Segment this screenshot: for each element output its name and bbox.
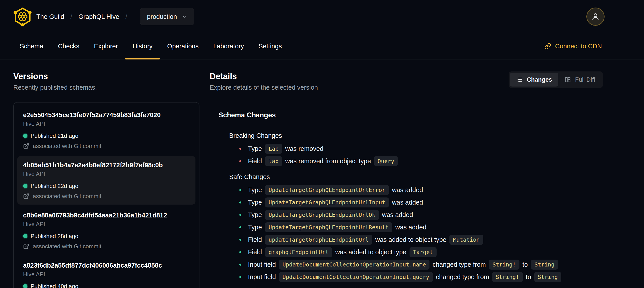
version-status: Published 28d ago bbox=[23, 233, 190, 239]
safe-bullet-icon bbox=[239, 276, 241, 278]
change-code-chip: UpdateDocumentCollectionOperationInput.q… bbox=[279, 272, 433, 282]
change-code-chip: updateTargetGraphQLEndpointUrl bbox=[265, 235, 372, 245]
target-selector-value: production bbox=[147, 13, 177, 21]
change-item-breaking: TypeLabwas removed bbox=[229, 143, 603, 154]
breadcrumb-org[interactable]: The Guild bbox=[36, 13, 64, 21]
change-text: was added to object type bbox=[335, 248, 406, 256]
change-text: changed type from bbox=[436, 273, 489, 281]
safe-changes-section: Safe Changes TypeUpdateTargetGraphQLEndp… bbox=[229, 173, 603, 283]
change-item-breaking: Fieldlabwas removed from object typeQuer… bbox=[229, 155, 603, 167]
person-icon bbox=[591, 12, 600, 21]
published-dot-icon bbox=[23, 234, 28, 238]
details-heading-block: Details Explore details of the selected … bbox=[210, 60, 318, 91]
change-code-chip: UpdateTargetGraphQLEndpointUrlOk bbox=[265, 210, 379, 220]
version-git-link[interactable]: associated with Git commit bbox=[23, 143, 190, 149]
version-card[interactable]: a823f6db2a55df877dcf406006abca97fcc4858c… bbox=[17, 256, 196, 288]
tab-checks[interactable]: Checks bbox=[50, 33, 87, 59]
change-text: was added to object type bbox=[375, 236, 446, 243]
view-toggle: Changes Full Diff bbox=[508, 72, 603, 88]
change-text: was added bbox=[382, 211, 413, 218]
tab-explorer[interactable]: Explorer bbox=[87, 33, 125, 59]
schema-changes-title: Schema Changes bbox=[218, 111, 603, 119]
change-text: Field bbox=[248, 158, 262, 165]
versions-subtitle: Recently published schemas. bbox=[13, 83, 200, 91]
change-text: was removed from object type bbox=[285, 158, 371, 165]
safe-bullet-icon bbox=[239, 201, 241, 203]
safe-bullet-icon bbox=[239, 214, 241, 216]
change-text: was added bbox=[392, 186, 423, 194]
version-status: Published 22d ago bbox=[23, 183, 190, 189]
breadcrumb-project[interactable]: GraphQL Hive bbox=[78, 13, 119, 21]
version-published-label: Published 21d ago bbox=[30, 133, 78, 139]
version-card[interactable]: e2e55045345ce13fe07f52a77459b83fa3fe7020… bbox=[17, 106, 196, 154]
change-text: Input field bbox=[248, 273, 276, 281]
tab-schema[interactable]: Schema bbox=[12, 33, 50, 59]
version-hash: e2e55045345ce13fe07f52a77459b83fa3fe7020 bbox=[23, 111, 190, 119]
version-service: Hive API bbox=[23, 271, 190, 277]
published-dot-icon bbox=[23, 284, 28, 288]
version-git-link[interactable]: associated with Git commit bbox=[23, 193, 190, 199]
change-code-chip: UpdateDocumentCollectionOperationInput.n… bbox=[279, 259, 430, 269]
tab-history[interactable]: History bbox=[125, 33, 160, 59]
change-text: Type bbox=[248, 224, 262, 231]
change-code-chip: Mutation bbox=[450, 235, 483, 245]
change-text: Type bbox=[248, 199, 262, 206]
version-list: e2e55045345ce13fe07f52a77459b83fa3fe7020… bbox=[13, 102, 200, 288]
columns-icon bbox=[564, 76, 571, 83]
version-git-link[interactable]: associated with Git commit bbox=[23, 243, 190, 249]
change-text: Type bbox=[248, 211, 262, 218]
tab-laboratory[interactable]: Laboratory bbox=[206, 33, 251, 59]
user-avatar[interactable] bbox=[586, 8, 604, 26]
changes-toggle-label: Changes bbox=[527, 76, 552, 83]
safe-bullet-icon bbox=[239, 263, 241, 265]
safe-bullet-icon bbox=[239, 226, 241, 228]
breaking-bullet-icon bbox=[239, 148, 241, 150]
link-icon bbox=[544, 43, 551, 50]
breadcrumb-trail: The Guild / GraphQL Hive / production bbox=[36, 8, 194, 25]
details-header: Details Explore details of the selected … bbox=[210, 60, 603, 91]
app-header: The Guild / GraphQL Hive / production bbox=[0, 0, 644, 33]
breaking-bullet-icon bbox=[239, 160, 241, 162]
main-tabs: SchemaChecksExplorerHistoryOperationsLab… bbox=[12, 33, 289, 59]
main-content: Versions Recently published schemas. e2e… bbox=[0, 60, 644, 288]
full-diff-toggle-button[interactable]: Full Diff bbox=[558, 73, 602, 87]
version-service: Hive API bbox=[23, 171, 190, 177]
hive-logo-icon[interactable] bbox=[13, 7, 32, 27]
change-code-chip: String! bbox=[489, 259, 519, 269]
change-item-safe: TypeUpdateTargetGraphQLEndpointUrlOkwas … bbox=[229, 209, 603, 220]
connect-to-cdn-button[interactable]: Connect to CDN bbox=[544, 33, 602, 59]
change-text: Type bbox=[248, 186, 262, 194]
change-text: to bbox=[522, 261, 528, 268]
versions-title: Versions bbox=[13, 72, 200, 81]
change-text: was added bbox=[395, 224, 426, 231]
change-code-chip: String bbox=[531, 259, 558, 269]
published-dot-icon bbox=[23, 184, 28, 188]
connect-to-cdn-label: Connect to CDN bbox=[555, 43, 602, 50]
version-published-label: Published 28d ago bbox=[30, 233, 78, 239]
version-git-label: associated with Git commit bbox=[33, 143, 101, 149]
version-card[interactable]: 4b05ab51b1b4a7e2e4b0ef82172f2b9f7ef98c0b… bbox=[17, 156, 196, 205]
change-text: Type bbox=[248, 145, 262, 152]
breaking-changes-title: Breaking Changes bbox=[229, 132, 603, 139]
changes-toggle-button[interactable]: Changes bbox=[510, 73, 558, 87]
tab-settings[interactable]: Settings bbox=[251, 33, 289, 59]
change-item-safe: FieldupdateTargetGraphQLEndpointUrlwas a… bbox=[229, 234, 603, 245]
external-link-icon bbox=[23, 193, 29, 199]
chevron-down-icon bbox=[182, 14, 187, 20]
safe-bullet-icon bbox=[239, 251, 241, 253]
change-code-chip: UpdateTargetGraphQLEndpointUrlResult bbox=[265, 222, 392, 232]
version-hash: c8b6e88a06793b9c4dfd54aaa21b36a1b421d812 bbox=[23, 212, 190, 219]
target-selector[interactable]: production bbox=[140, 8, 194, 25]
change-text: to bbox=[526, 273, 531, 281]
change-text: was removed bbox=[285, 145, 323, 152]
versions-panel: Versions Recently published schemas. e2e… bbox=[13, 60, 200, 288]
change-code-chip: graphqlEndpointUrl bbox=[265, 247, 332, 257]
version-status: Published 40d ago bbox=[23, 283, 190, 288]
version-card[interactable]: c8b6e88a06793b9c4dfd54aaa21b36a1b421d812… bbox=[17, 206, 196, 255]
tab-operations[interactable]: Operations bbox=[160, 33, 206, 59]
breaking-changes-list: TypeLabwas removedFieldlabwas removed fr… bbox=[229, 143, 603, 167]
breadcrumb-separator: / bbox=[70, 13, 72, 21]
list-icon bbox=[516, 76, 523, 83]
change-text: Field bbox=[248, 248, 262, 256]
change-code-chip: lab bbox=[265, 156, 282, 166]
